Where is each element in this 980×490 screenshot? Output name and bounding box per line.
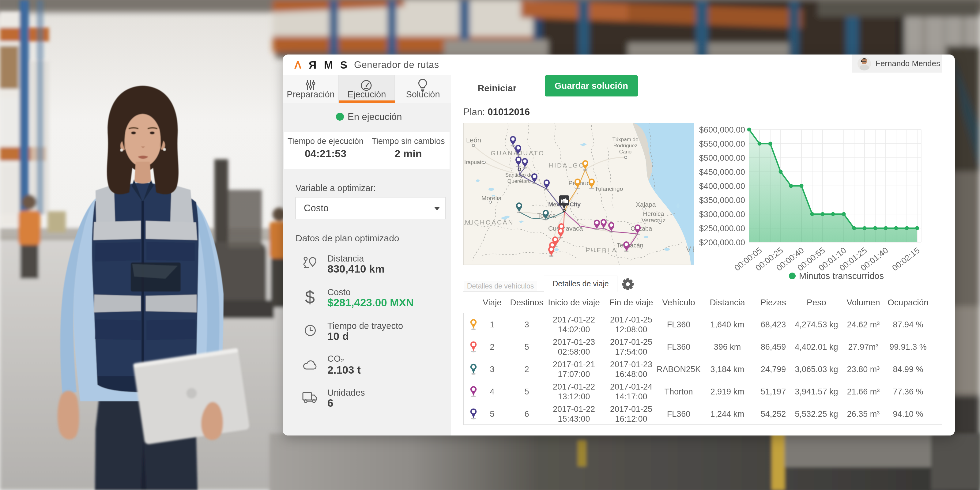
svg-text:Irapuato: Irapuato (464, 159, 485, 165)
svg-text:Rodríguez: Rodríguez (613, 143, 637, 148)
svg-text:Xalapa: Xalapa (636, 201, 656, 208)
svg-text:$450,000.00: $450,000.00 (699, 167, 745, 177)
svg-text:Heroica: Heroica (643, 210, 665, 217)
svg-text:00:02:15: 00:02:15 (890, 246, 921, 272)
svg-text:$200,000.00: $200,000.00 (699, 238, 745, 247)
svg-text:Veracruz: Veracruz (641, 217, 666, 224)
svg-text:HIDALGO: HIDALGO (549, 162, 585, 169)
svg-text:Cuernavaca: Cuernavaca (548, 225, 583, 232)
svg-text:Orizaba: Orizaba (630, 225, 652, 232)
svg-text:León: León (466, 136, 481, 144)
svg-text:Cano: Cano (619, 149, 632, 155)
svg-text:$350,000.00: $350,000.00 (699, 196, 745, 205)
svg-text:Morelia: Morelia (481, 195, 502, 202)
svg-text:Túxpam de: Túxpam de (612, 137, 638, 142)
svg-text:$550,000.00: $550,000.00 (699, 139, 745, 148)
svg-text:MICHOACÁN: MICHOACÁN (465, 219, 514, 226)
svg-text:$600,000.00: $600,000.00 (699, 125, 745, 134)
svg-text:$250,000.00: $250,000.00 (699, 224, 745, 233)
svg-text:Tulancingo: Tulancingo (595, 186, 623, 192)
svg-text:$500,000.00: $500,000.00 (699, 153, 745, 162)
svg-text:$300,000.00: $300,000.00 (699, 210, 745, 219)
svg-text:VER: VER (686, 245, 694, 254)
svg-text:$400,000.00: $400,000.00 (699, 181, 745, 191)
svg-text:Minutos transcurridos: Minutos transcurridos (799, 271, 884, 281)
svg-text:PUEBLA: PUEBLA (585, 247, 617, 254)
